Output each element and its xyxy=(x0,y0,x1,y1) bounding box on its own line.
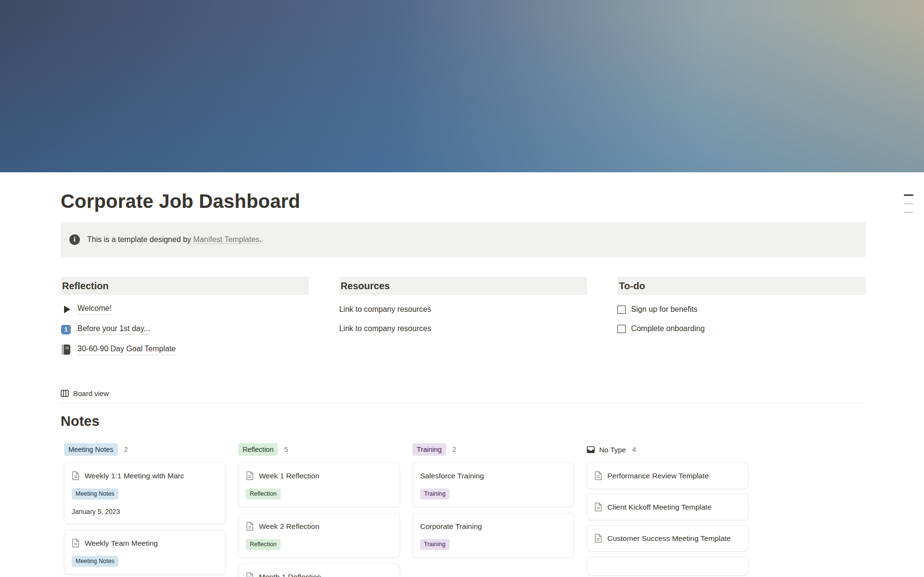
group-pill: Training xyxy=(412,443,446,456)
column-resources: Resources Link to company resources Link… xyxy=(339,277,588,356)
checkbox-unchecked[interactable] xyxy=(617,325,626,333)
group-pill: Reflection xyxy=(238,443,278,456)
reflection-heading: Reflection xyxy=(61,277,309,295)
page-link-label: 30-60-90 Day Goal Template xyxy=(77,345,176,355)
callout-text: This is a template designed by Manifest … xyxy=(87,235,262,244)
tag-training: Training xyxy=(420,539,449,550)
board-view-label: Board view xyxy=(73,389,109,397)
card-title: Weekly 1:1 Meeting with Marc xyxy=(85,470,184,481)
todo-heading: To-do xyxy=(617,277,866,295)
card-title: Customer Success Meeting Template xyxy=(607,533,731,544)
page-link-30-60-90-template[interactable]: 30-60-90 Day Goal Template xyxy=(61,344,176,356)
page-icon xyxy=(594,471,602,480)
board-view-icon xyxy=(61,389,69,397)
group-header-no-type[interactable]: No Type 4 xyxy=(587,443,748,456)
tag-reflection: Reflection xyxy=(246,539,281,550)
page-link-welcome[interactable]: Welcome! xyxy=(61,303,112,315)
table-of-contents[interactable] xyxy=(904,194,913,213)
group-reflection: Reflection 5 Week 1 Reflection Ref xyxy=(238,443,400,577)
page-title: Corporate Job Dashboard xyxy=(61,190,866,213)
page-link-before-your-1st-day[interactable]: 1 Before your 1st day... xyxy=(61,323,150,335)
group-header-meeting-notes[interactable]: Meeting Notes 2 xyxy=(64,443,226,456)
kanban-board: Meeting Notes 2 Weekly 1:1 Meeting with … xyxy=(64,443,866,577)
tag-meeting-notes: Meeting Notes xyxy=(72,488,118,500)
card-week-2-reflection[interactable]: Week 2 Reflection Reflection xyxy=(238,513,400,558)
page-icon xyxy=(72,471,79,480)
group-count: 4 xyxy=(632,446,636,453)
toc-bar xyxy=(904,212,913,213)
page-content: Corporate Job Dashboard i This is a temp… xyxy=(61,190,866,577)
todo-item-onboarding: Complete onboarding xyxy=(617,323,866,334)
resource-link-text: Link to company resources xyxy=(339,323,588,334)
card-title: Client Kickoff Meeting Template xyxy=(607,501,712,513)
page-icon xyxy=(246,572,254,577)
card-title: Weekly Team Meeting xyxy=(85,538,158,549)
page-link-label: Before your 1st day... xyxy=(77,324,150,335)
card-title: Performance Review Template xyxy=(607,470,709,481)
card-title: Salesforce Training xyxy=(420,470,484,481)
info-icon: i xyxy=(69,234,80,245)
notebook-emoji-icon xyxy=(61,345,71,355)
page-icon xyxy=(594,534,602,543)
database-title: Notes xyxy=(61,413,866,429)
info-icon-glyph: i xyxy=(74,236,76,244)
card-date: January 5, 2023 xyxy=(72,507,218,516)
card-customer-success-template[interactable]: Customer Success Meeting Template xyxy=(587,525,748,551)
checkbox-unchecked[interactable] xyxy=(617,306,626,314)
todo-label: Sign up for benefits xyxy=(631,305,697,314)
group-header-reflection[interactable]: Reflection 5 xyxy=(238,443,400,456)
page-icon xyxy=(246,522,254,531)
inbox-icon xyxy=(587,446,595,454)
card-title: Corporate Training xyxy=(420,521,482,532)
card-title: Week 2 Reflection xyxy=(259,521,320,532)
card-title: Month 1 Reflection xyxy=(259,571,321,577)
one-keycap-emoji-icon: 1 xyxy=(61,324,71,335)
group-meeting-notes: Meeting Notes 2 Weekly 1:1 Meeting with … xyxy=(64,443,226,577)
card-weekly-team-meeting[interactable]: Weekly Team Meeting Meeting Notes xyxy=(64,530,226,575)
card-title: Week 1 Reflection xyxy=(259,470,320,481)
page-link-label: Welcome! xyxy=(77,304,112,315)
group-count: 2 xyxy=(452,446,456,453)
card-performance-review-template[interactable]: Performance Review Template xyxy=(587,462,748,489)
group-no-type: No Type 4 Performance Review Template xyxy=(587,443,748,577)
columns-section: Reflection Welcome! 1 Before your 1st da… xyxy=(61,277,866,356)
group-header-training[interactable]: Training 2 xyxy=(412,443,574,456)
card-partial[interactable] xyxy=(587,556,748,576)
column-todo: To-do Sign up for benefits Complete onbo… xyxy=(617,277,866,356)
card-salesforce-training[interactable]: Salesforce Training Training xyxy=(412,462,574,507)
manifest-templates-link[interactable]: Manifest Templates xyxy=(193,235,260,244)
todo-item-benefits: Sign up for benefits xyxy=(617,304,866,315)
tag-reflection: Reflection xyxy=(246,488,281,500)
toc-bar-active xyxy=(904,194,913,196)
card-week-1-reflection[interactable]: Week 1 Reflection Reflection xyxy=(238,462,400,507)
card-client-kickoff-template[interactable]: Client Kickoff Meeting Template xyxy=(587,494,748,520)
resources-heading: Resources xyxy=(339,277,588,295)
group-training: Training 2 Salesforce Training Training … xyxy=(412,443,574,577)
callout-text-after: . xyxy=(259,235,261,244)
column-reflection: Reflection Welcome! 1 Before your 1st da… xyxy=(61,277,309,356)
callout-text-before: This is a template designed by xyxy=(87,235,193,244)
page-icon xyxy=(72,539,79,548)
group-pill: Meeting Notes xyxy=(64,443,118,456)
group-name: No Type xyxy=(599,446,626,454)
board-view-tab[interactable]: Board view xyxy=(61,389,866,403)
page-icon xyxy=(246,471,254,480)
group-count: 5 xyxy=(284,446,288,453)
page-icon xyxy=(594,502,602,512)
card-month-1-reflection[interactable]: Month 1 Reflection xyxy=(238,564,400,577)
group-count: 2 xyxy=(124,446,128,453)
tag-training: Training xyxy=(420,488,449,500)
callout: i This is a template designed by Manifes… xyxy=(61,222,866,257)
todo-label: Complete onboarding xyxy=(631,324,705,333)
card-weekly-11-meeting[interactable]: Weekly 1:1 Meeting with Marc Meeting Not… xyxy=(64,462,226,524)
cover-image xyxy=(0,0,924,172)
toc-bar xyxy=(904,203,913,205)
play-emoji-icon xyxy=(61,304,71,315)
resource-link-text: Link to company resources xyxy=(339,304,588,315)
tag-meeting-notes: Meeting Notes xyxy=(72,556,118,567)
card-corporate-training[interactable]: Corporate Training Training xyxy=(412,513,574,558)
